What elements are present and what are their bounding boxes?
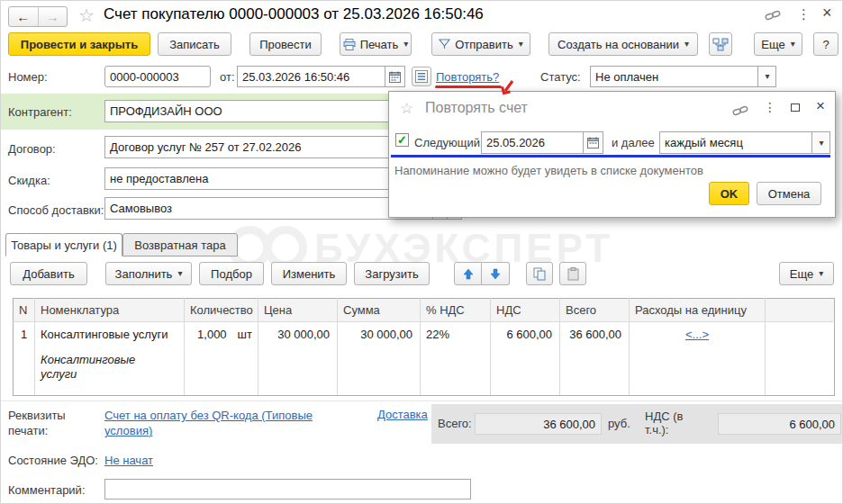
create-based-on-button[interactable]: Создать на основании▾ — [548, 32, 698, 56]
col-price[interactable]: Цена — [258, 299, 338, 322]
col-n[interactable]: N — [14, 299, 35, 322]
annotation-underline — [435, 86, 502, 88]
date-input[interactable]: 25.03.2026 16:50:46 — [237, 66, 405, 87]
vat-total-label: НДС (в т.ч.): — [645, 410, 701, 436]
popup-star-icon[interactable]: ☆ — [400, 99, 413, 118]
window-close-icon[interactable]: × — [822, 4, 832, 22]
ok-button[interactable]: OK — [709, 182, 749, 205]
fill-menu-button[interactable]: Заполнить▾ — [105, 262, 192, 285]
cell-total[interactable]: 36 600,00 — [560, 322, 630, 396]
cancel-button[interactable]: Отмена — [757, 182, 821, 205]
status-select[interactable]: Не оплачен ▾ — [590, 66, 776, 87]
add-row-button[interactable]: Добавить — [10, 262, 87, 285]
more-menu-button[interactable]: Еще▾ — [754, 32, 802, 56]
write-button[interactable]: Записать — [158, 32, 231, 56]
print-form-link[interactable]: Счет на оплату без QR-кода (Типовые усло… — [104, 409, 313, 437]
col-vat[interactable]: НДС — [491, 299, 560, 322]
expenses-link[interactable]: <...> — [685, 328, 709, 341]
org-chart-icon — [712, 38, 729, 51]
contract-label: Договор: — [8, 142, 56, 156]
caret-down-icon: ▾ — [519, 40, 523, 49]
cell-vat[interactable]: 6 600,00 — [491, 322, 560, 396]
number-label: Номер: — [8, 70, 48, 84]
table-row[interactable]: 1 Консалтинговые услуги Консалтинговые у… — [14, 322, 835, 396]
cell-qty[interactable]: 1,000 шт — [185, 322, 258, 396]
date-label: от: — [220, 70, 235, 84]
back-arrow-icon[interactable]: ← — [9, 7, 38, 26]
edo-state-link[interactable]: Не начат — [104, 454, 153, 467]
status-label: Статус: — [540, 70, 581, 84]
col-qty[interactable]: Количество — [185, 299, 258, 322]
document-list-button[interactable] — [412, 67, 431, 86]
copy-icon — [533, 267, 546, 281]
comment-input[interactable] — [104, 479, 471, 500]
next-invoice-checkbox[interactable]: ✓ — [395, 133, 409, 147]
document-structure-button[interactable] — [709, 32, 732, 56]
popup-link-icon[interactable] — [732, 105, 748, 116]
send-menu-button[interactable]: Отправить▾ — [431, 32, 530, 56]
col-expenses[interactable]: Расходы на единицу — [630, 299, 766, 322]
post-and-close-button[interactable]: Провести и закрыть — [8, 32, 150, 56]
annotation-arrow — [498, 80, 514, 95]
popup-hint: Напоминание можно будет увидеть в списке… — [394, 164, 703, 177]
calendar-icon[interactable] — [385, 67, 404, 86]
number-input[interactable]: 0000-000003 — [104, 66, 211, 87]
chevron-down-icon[interactable]: ▾ — [757, 67, 775, 86]
total-value: 36 600,00 — [475, 413, 602, 435]
forward-arrow-icon[interactable]: → — [38, 7, 68, 26]
more-dots-icon[interactable]: ⋮ — [797, 6, 811, 22]
print-menu-button[interactable]: Печать▾ — [340, 32, 412, 56]
chevron-down-icon[interactable]: ▾ — [811, 132, 829, 153]
comment-label: Комментарий: — [8, 483, 86, 497]
tab-goods-services[interactable]: Товары и услуги (1) — [5, 233, 122, 256]
footer-divider — [1, 400, 843, 401]
col-empty — [766, 299, 835, 322]
cell-item[interactable]: Консалтинговые услуги Консалтинговые усл… — [35, 322, 185, 396]
move-down-icon[interactable] — [482, 262, 510, 285]
counterparty-label: Контрагент: — [8, 105, 72, 119]
get-link-icon[interactable] — [765, 10, 781, 21]
cell-price[interactable]: 30 000,00 — [258, 322, 338, 396]
list-icon — [415, 70, 428, 83]
discount-label: Скидка: — [8, 174, 50, 187]
total-label: Всего: — [438, 417, 472, 430]
print-settings-label: Реквизиты печати: — [8, 408, 80, 438]
next-date-input[interactable]: 25.05.2026 — [481, 131, 603, 154]
cell-n[interactable]: 1 — [14, 322, 35, 396]
col-vat-rate[interactable]: % НДС — [421, 299, 491, 322]
table-more-button[interactable]: Еще▾ — [779, 262, 834, 285]
post-button[interactable]: Провести — [249, 32, 322, 56]
cell-expenses[interactable]: <...> — [630, 322, 766, 396]
move-up-icon[interactable] — [454, 262, 482, 285]
favorite-star-icon[interactable]: ☆ — [78, 4, 95, 26]
currency-label: руб. — [608, 417, 630, 430]
table-header-row: N Номенклатура Количество Цена Сумма % Н… — [14, 299, 835, 322]
tab-returnable-packaging[interactable]: Возвратная тара — [122, 233, 238, 256]
caret-down-icon: ▾ — [819, 269, 823, 278]
cell-vat-rate[interactable]: 22% — [421, 322, 491, 396]
calendar-icon[interactable] — [583, 132, 603, 153]
edit-button[interactable]: Изменить — [271, 262, 347, 285]
col-item[interactable]: Номенклатура — [35, 299, 185, 322]
col-amount[interactable]: Сумма — [338, 299, 421, 322]
popup-maximize-icon[interactable] — [791, 104, 800, 112]
paste-icon — [567, 267, 579, 281]
repeat-link[interactable]: Повторять? — [436, 70, 499, 84]
popup-close-icon[interactable]: × — [816, 97, 825, 115]
cell-empty — [766, 322, 835, 396]
copy-rows-button[interactable] — [526, 262, 553, 285]
and-then-label: и далее — [612, 136, 655, 149]
col-total[interactable]: Всего — [560, 299, 630, 322]
caret-down-icon: ▾ — [177, 269, 182, 278]
period-select[interactable]: каждый месяц ▾ — [659, 131, 830, 154]
cell-amount[interactable]: 30 000,00 — [338, 322, 421, 396]
paste-rows-button[interactable] — [559, 262, 586, 285]
check-icon: ✓ — [397, 134, 407, 146]
pick-button[interactable]: Подбор — [199, 262, 264, 285]
delivery-method-label: Способ доставки: — [8, 203, 104, 217]
help-button[interactable]: ? — [813, 32, 838, 56]
delivery-link[interactable]: Доставка — [377, 408, 428, 421]
load-button[interactable]: Загрузить — [354, 262, 430, 285]
send-icon — [439, 39, 450, 50]
popup-more-dots-icon[interactable]: ⋮ — [764, 100, 776, 114]
